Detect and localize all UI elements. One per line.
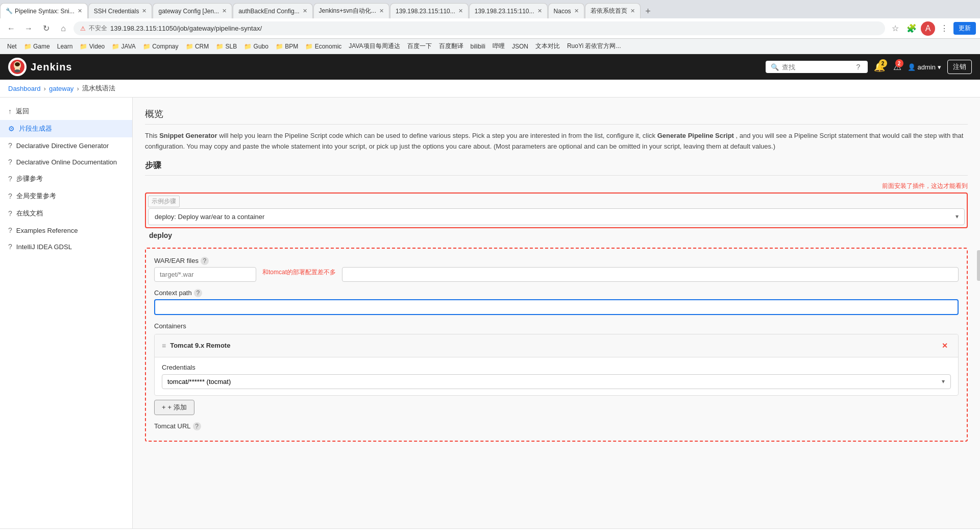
bookmark-company[interactable]: Compnay	[140, 42, 182, 51]
bookmark-java-weekly[interactable]: JAVA项目每周通达	[346, 41, 403, 52]
add-container-button[interactable]: + + 添加	[154, 400, 194, 415]
tab-close-ip1[interactable]: ✕	[458, 8, 463, 14]
logout-button[interactable]: 注销	[947, 60, 972, 74]
tab-favicon: 🔧	[6, 8, 13, 14]
war-ear-input[interactable]	[154, 267, 256, 282]
bookmark-beili[interactable]: 哔哩	[489, 41, 508, 52]
bookmark-ruoyi[interactable]: RuoYi 若依官方网...	[564, 41, 624, 52]
sidebar-item-back[interactable]: ↑ 返回	[0, 103, 132, 120]
sidebar-item-online-docs[interactable]: ? 在线文档	[0, 205, 132, 222]
alert-notification[interactable]: ⚠ 2	[893, 61, 901, 73]
tab-gateway[interactable]: gateway Config [Jen... ✕	[153, 3, 232, 18]
sidebar-item-examples-reference[interactable]: ? Examples Reference	[0, 222, 132, 238]
tab-nacos[interactable]: Nacos ✕	[548, 3, 584, 18]
back-button[interactable]: ←	[4, 21, 18, 36]
bookmark-text-compare[interactable]: 文本对比	[532, 41, 563, 52]
user-menu[interactable]: 👤 admin ▾	[908, 63, 941, 71]
tab-close-ip2[interactable]: ✕	[537, 8, 542, 14]
tab-close-active[interactable]: ✕	[78, 8, 82, 14]
sidebar-item-declarative-directive[interactable]: ? Declarative Directive Generator	[0, 137, 132, 154]
status-bar: CSDN @蓝影仗哥	[0, 528, 980, 531]
tab-ruoyi-label: 若依系统首页	[591, 7, 627, 15]
breadcrumb: Dashboard › gateway › 流水线语法	[0, 80, 980, 98]
bookmark-learn[interactable]: Learn	[54, 42, 76, 51]
tab-ssh[interactable]: SSH Credentials ✕	[88, 3, 153, 18]
bookmark-bilibili[interactable]: bilibili	[468, 42, 488, 51]
plus-icon: +	[162, 403, 166, 411]
tab-pipeline-syntax[interactable]: 🔧 Pipeline Syntax: Sni... ✕	[0, 3, 88, 18]
sidebar-item-global-vars[interactable]: ? 全局变量参考	[0, 187, 132, 205]
context-path-input[interactable]	[154, 299, 959, 315]
jenkins-logo[interactable]: Jenkins	[8, 58, 72, 76]
tab-jenkins-svn[interactable]: Jenkins+svn自动化... ✕	[313, 3, 389, 18]
menu-btn[interactable]: ⋮	[937, 21, 951, 36]
bookmark-json[interactable]: JSON	[509, 42, 531, 51]
sample-steps-select[interactable]: deploy: Deploy war/ear to a container	[148, 208, 965, 225]
bookmark-video[interactable]: Video	[77, 42, 108, 51]
context-path-label: Context path ?	[154, 289, 959, 297]
forward-button[interactable]: →	[21, 21, 36, 36]
war-ear-group: WAR/EAR files ? 和tomcat的部署配置差不多	[154, 257, 959, 282]
sidebar-item-steps-reference[interactable]: ? 步骤参考	[0, 170, 132, 187]
remove-container-button[interactable]: ✕	[939, 340, 951, 352]
breadcrumb-dashboard[interactable]: Dashboard	[8, 85, 41, 92]
update-button[interactable]: 更新	[953, 22, 976, 35]
breadcrumb-gateway[interactable]: gateway	[49, 85, 74, 92]
tomcat-url-label: Tomcat URL ?	[154, 422, 959, 430]
search-input[interactable]	[782, 63, 853, 71]
sidebar-item-declarative-online[interactable]: ? Declarative Online Documentation	[0, 154, 132, 170]
extension-btn[interactable]: 🧩	[904, 21, 919, 36]
tab-ip1[interactable]: 139.198.23.115:110... ✕	[390, 3, 469, 18]
tab-ip2-label: 139.198.23.115:110...	[475, 8, 534, 15]
container-card: ≡ Tomcat 9.x Remote ✕ Credentials tomcat…	[154, 334, 959, 396]
tomcat-url-help-icon[interactable]: ?	[193, 422, 201, 430]
tab-close-nacos[interactable]: ✕	[574, 8, 579, 14]
new-tab-button[interactable]: +	[641, 4, 655, 18]
snippet-generator-strong: Snippet Generator	[159, 132, 217, 139]
url-box: ⚠ 不安全	[74, 21, 885, 35]
drag-handle-icon[interactable]: ≡	[162, 342, 166, 350]
tab-close-jenkins-svn[interactable]: ✕	[379, 8, 384, 14]
war-ear-help-icon[interactable]: ?	[201, 257, 209, 265]
main-content: 概览 This Snippet Generator will help you …	[133, 98, 980, 528]
tab-ruoyi[interactable]: 若依系统首页 ✕	[585, 3, 641, 18]
header-search: 🔍 ?	[766, 61, 868, 73]
right-panel-indicator[interactable]	[977, 250, 980, 281]
sample-steps-select-wrapper: deploy: Deploy war/ear to a container ▾	[148, 208, 965, 225]
bookmark-game[interactable]: Game	[21, 42, 53, 51]
bookmark-gubo[interactable]: Gubo	[241, 42, 272, 51]
war-ear-input-wide[interactable]	[342, 267, 959, 282]
bookmark-baidu[interactable]: 百度一下	[404, 41, 435, 52]
credentials-select[interactable]: tomcat/****** (tocmat)	[162, 374, 951, 389]
tab-close-ruoyi[interactable]: ✕	[630, 8, 635, 14]
tab-ip2[interactable]: 139.198.23.115:110... ✕	[469, 3, 548, 18]
jenkins-body: ↑ 返回 ⚙ 片段生成器 ? Declarative Directive Gen…	[0, 98, 980, 528]
sidebar-global-vars-label: 全局变量参考	[16, 191, 56, 201]
tomcat-url-section: Tomcat URL ?	[154, 422, 959, 430]
examples-ref-icon: ?	[8, 226, 12, 234]
bookmark-economic[interactable]: Economic	[302, 42, 345, 51]
reload-button[interactable]: ↻	[39, 21, 53, 36]
bookmark-java[interactable]: JAVA	[109, 42, 139, 51]
context-path-help-icon[interactable]: ?	[194, 289, 202, 297]
header-icons: 🔔 2 ⚠ 2	[874, 61, 901, 73]
bookmark-slb[interactable]: SLB	[213, 42, 240, 51]
sidebar-item-intellij-gdsl[interactable]: ? IntelliJ IDEA GDSL	[0, 238, 132, 255]
home-button[interactable]: ⌂	[56, 21, 70, 36]
search-help-icon[interactable]: ?	[856, 63, 861, 71]
url-input[interactable]	[110, 25, 878, 32]
bookmark-btn[interactable]: ☆	[888, 21, 902, 36]
tab-close-auth[interactable]: ✕	[303, 8, 307, 14]
tab-close-ssh[interactable]: ✕	[142, 8, 146, 14]
bookmark-crm[interactable]: CRM	[183, 42, 212, 51]
sidebar-declarative-online-label: Declarative Online Documentation	[16, 158, 117, 166]
bookmark-net[interactable]: Net	[4, 42, 20, 51]
tab-nacos-label: Nacos	[554, 8, 571, 15]
sidebar-item-snippet-generator[interactable]: ⚙ 片段生成器	[0, 120, 132, 137]
bookmark-bpm[interactable]: BPM	[273, 42, 301, 51]
profile-btn[interactable]: A	[921, 21, 935, 36]
tab-close-gateway[interactable]: ✕	[222, 8, 227, 14]
bookmark-baidu-translate[interactable]: 百度翻译	[436, 41, 467, 52]
tab-auth[interactable]: authBackEnd Config... ✕	[233, 3, 312, 18]
bell-notification[interactable]: 🔔 2	[874, 61, 885, 73]
